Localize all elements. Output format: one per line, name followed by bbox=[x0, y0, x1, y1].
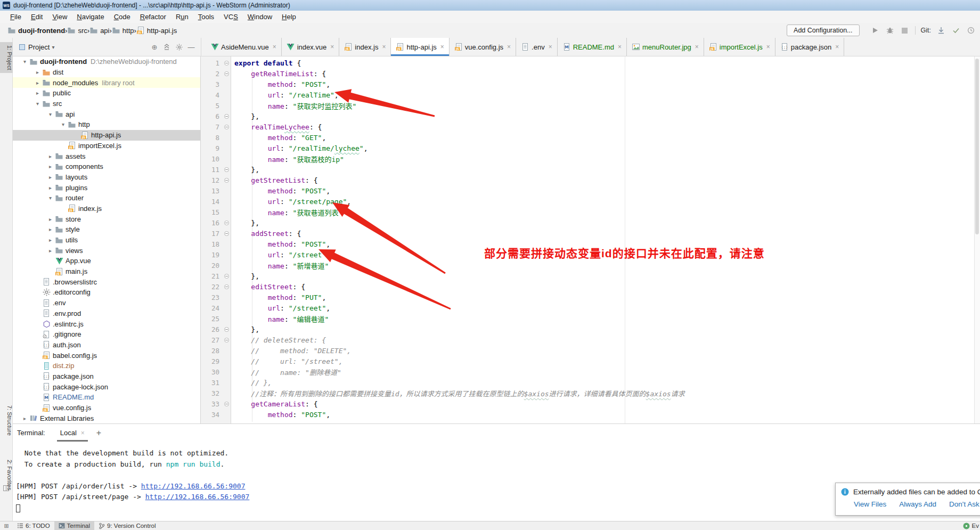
chevron-right-icon[interactable]: ▸ bbox=[46, 248, 55, 254]
menu-navigate[interactable]: Navigate bbox=[72, 12, 109, 22]
statusbar-terminal[interactable]: Terminal bbox=[54, 521, 94, 530]
tree-item-assets[interactable]: ▸assets bbox=[13, 151, 200, 161]
tree-item-api[interactable]: ▾api bbox=[13, 109, 200, 119]
tab-importExcel.js[interactable]: JSimportExcel.js× bbox=[704, 38, 775, 56]
fold-marker-icon[interactable] bbox=[222, 327, 231, 332]
tree-item-node_modules[interactable]: ▸node_moduleslibrary root bbox=[13, 77, 200, 88]
close-icon[interactable]: × bbox=[835, 43, 839, 51]
close-icon[interactable]: × bbox=[507, 43, 511, 51]
fold-marker-icon[interactable] bbox=[222, 71, 231, 76]
hide-icon[interactable]: — bbox=[187, 43, 195, 51]
menu-vcs[interactable]: VCS bbox=[219, 12, 243, 22]
close-icon[interactable]: × bbox=[440, 43, 444, 51]
history-icon[interactable] bbox=[966, 26, 976, 35]
tab-index.js[interactable]: JSindex.js× bbox=[339, 38, 391, 56]
fold-marker-icon[interactable] bbox=[222, 221, 231, 225]
close-icon[interactable]: × bbox=[618, 43, 622, 51]
tab-index.vue[interactable]: index.vue× bbox=[282, 38, 340, 56]
chevron-right-icon[interactable]: ▸ bbox=[20, 415, 29, 421]
tree-item-vue.config.js[interactable]: JSvue.config.js bbox=[13, 403, 200, 413]
breadcrumb-duoji-frontend[interactable]: duoji-frontend bbox=[7, 26, 65, 35]
menu-refactor[interactable]: Refactor bbox=[135, 12, 171, 22]
gear-icon[interactable] bbox=[175, 43, 183, 51]
chevron-right-icon[interactable]: ▸ bbox=[46, 164, 55, 169]
chevron-down-icon[interactable]: ▾ bbox=[46, 195, 55, 201]
tree-item-.eslintrc.js[interactable]: .eslintrc.js bbox=[13, 319, 200, 329]
tree-item-components[interactable]: ▸components bbox=[13, 161, 200, 172]
breadcrumb-api[interactable]: api bbox=[89, 26, 109, 35]
commit-icon[interactable] bbox=[951, 26, 961, 35]
tree-item-index.js[interactable]: JSindex.js bbox=[13, 203, 200, 214]
menu-view[interactable]: View bbox=[47, 12, 72, 22]
stop-icon[interactable] bbox=[900, 26, 910, 35]
chevron-right-icon[interactable]: ▸ bbox=[46, 153, 55, 159]
close-icon[interactable]: × bbox=[273, 43, 276, 51]
fold-marker-icon[interactable] bbox=[222, 61, 231, 66]
tab-menuRouter.jpg[interactable]: menuRouter.jpg× bbox=[627, 38, 704, 56]
tree-item-.browserslistrc[interactable]: .browserslistrc bbox=[13, 276, 200, 287]
chevron-right-icon[interactable]: ▸ bbox=[46, 216, 55, 222]
tree-item-External Libraries[interactable]: ▸External Libraries bbox=[13, 413, 200, 423]
update-project-icon[interactable] bbox=[936, 26, 946, 35]
menu-file[interactable]: File bbox=[5, 12, 26, 22]
fold-marker-icon[interactable] bbox=[222, 114, 231, 119]
terminal-link[interactable]: http://192.168.66.56:9007 bbox=[141, 482, 246, 490]
chevron-down-icon[interactable]: ▾ bbox=[33, 101, 42, 107]
fold-marker-icon[interactable] bbox=[222, 167, 231, 172]
tab-.env[interactable]: .env× bbox=[516, 38, 558, 56]
tree-item-.editorconfig[interactable]: .editorconfig bbox=[13, 287, 200, 298]
tree-item-router[interactable]: ▾router bbox=[13, 193, 200, 203]
tab-README.md[interactable]: MREADME.md× bbox=[558, 38, 627, 56]
collapse-all-icon[interactable] bbox=[162, 43, 171, 51]
notification-link-always-add[interactable]: Always Add bbox=[899, 500, 936, 508]
menu-run[interactable]: Run bbox=[171, 12, 193, 22]
breadcrumb-src[interactable]: src bbox=[67, 26, 87, 35]
tree-item-layouts[interactable]: ▸layouts bbox=[13, 172, 200, 183]
tree-item-style[interactable]: ▸style bbox=[13, 224, 200, 235]
close-icon[interactable]: × bbox=[382, 43, 386, 51]
chevron-right-icon[interactable]: ▸ bbox=[46, 185, 55, 191]
tree-item-dist.zip[interactable]: dist.zip bbox=[13, 361, 200, 371]
tree-item-duoji-frontend[interactable]: ▾duoji-frontendD:\zheheWeb\duoji-fronten… bbox=[13, 56, 200, 67]
editor-scrollbar[interactable] bbox=[974, 56, 980, 423]
scrollbar-thumb[interactable] bbox=[975, 59, 979, 234]
tab-package.json[interactable]: {;}package.json× bbox=[775, 38, 845, 56]
close-icon[interactable]: × bbox=[330, 43, 334, 51]
menu-help[interactable]: Help bbox=[277, 12, 301, 22]
menu-tools[interactable]: Tools bbox=[193, 12, 219, 22]
sidebar-tab-favorites[interactable]: 2: Favorites bbox=[0, 456, 13, 493]
close-icon[interactable]: × bbox=[766, 43, 770, 51]
tree-item-src[interactable]: ▾src bbox=[13, 99, 200, 109]
tool-window-switcher-icon[interactable]: ⊞ bbox=[0, 523, 13, 529]
project-panel-title[interactable]: Project bbox=[28, 43, 50, 51]
chevron-right-icon[interactable]: ▸ bbox=[46, 226, 55, 232]
tree-item-dist[interactable]: ▸dist bbox=[13, 67, 200, 78]
tree-item-package-lock.json[interactable]: {;}package-lock.json bbox=[13, 381, 200, 392]
breadcrumb-http-api.js[interactable]: JShttp-api.js bbox=[136, 26, 177, 35]
event-log-item[interactable]: Ev bbox=[963, 523, 980, 529]
chevron-down-icon[interactable]: ▾ bbox=[52, 44, 54, 50]
tab-vue.config.js[interactable]: JSvue.config.js× bbox=[450, 38, 516, 56]
menu-code[interactable]: Code bbox=[109, 12, 135, 22]
tree-item-.env[interactable]: .env bbox=[13, 298, 200, 308]
tab-http-api.js[interactable]: JShttp-api.js× bbox=[391, 38, 449, 56]
tab-AsideMenu.vue[interactable]: AsideMenu.vue× bbox=[206, 38, 282, 56]
close-icon[interactable]: × bbox=[549, 43, 552, 51]
tree-item-public[interactable]: ▸public bbox=[13, 88, 200, 99]
new-terminal-icon[interactable]: + bbox=[96, 428, 101, 438]
chevron-down-icon[interactable]: ▾ bbox=[59, 121, 68, 127]
fold-marker-icon[interactable] bbox=[222, 284, 231, 289]
debug-icon[interactable] bbox=[885, 26, 895, 35]
statusbar-9-version-control[interactable]: 9: Version Control bbox=[94, 521, 160, 530]
tree-item-auth.json[interactable]: {;}auth.json bbox=[13, 340, 200, 350]
code-editor[interactable]: 1export default {2 getRealTimeList: {3 m… bbox=[201, 56, 980, 423]
terminal-tab-local[interactable]: Local × bbox=[57, 424, 88, 442]
tree-item-store[interactable]: ▸store bbox=[13, 214, 200, 224]
tree-item-.gitignore[interactable]: .gitignore bbox=[13, 329, 200, 340]
chevron-right-icon[interactable]: ▸ bbox=[46, 237, 55, 243]
menu-window[interactable]: Window bbox=[243, 12, 277, 22]
fold-marker-icon[interactable] bbox=[222, 125, 231, 129]
notification-link-don-t-ask-agai[interactable]: Don't Ask Agai bbox=[949, 500, 980, 508]
tree-item-App.vue[interactable]: App.vue bbox=[13, 256, 200, 266]
locate-icon[interactable]: ⊕ bbox=[150, 43, 159, 51]
